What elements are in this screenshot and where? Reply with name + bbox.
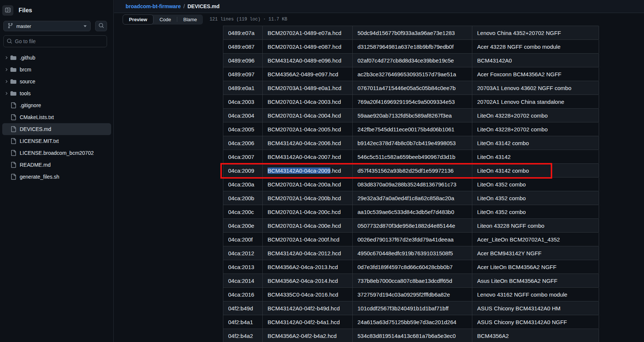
table-row: 04ca:2006BCM43142A0-04ca-2006.hcdb9142ec…: [223, 136, 599, 150]
description-cell: Lenovo China 4352+20702 NGFF: [472, 26, 599, 39]
device-id-cell: 04ca:2014: [223, 274, 263, 287]
device-id-cell: 04ca:200a: [223, 178, 263, 191]
search-this-repository-button[interactable]: [95, 21, 107, 31]
tree-item-label: source: [20, 79, 35, 84]
file-icon: [10, 162, 16, 168]
tree-item-label: .gitignore: [20, 102, 41, 108]
chevron-right-icon[interactable]: [3, 79, 10, 84]
md5-hash-cell: 3727597d194c03a09295f2fffdb6a82e: [353, 288, 472, 301]
md5-hash-cell: ac2b3ce32764696530935157d79ae51a: [353, 67, 472, 81]
sidebar-item-license-mit-txt[interactable]: LICENSE.MIT.txt: [2, 135, 111, 147]
sidebar-item-gitignore[interactable]: .gitignore: [2, 99, 111, 111]
firmware-file-cell: BCM43142A0-04f2-b4a1.hcd: [263, 315, 353, 329]
description-cell: LiteOn 43142 combo: [472, 136, 599, 150]
md5-hash-cell: 0026ed790137f67d2e3fdd79a41deeaa: [353, 233, 472, 246]
sidebar-item-cmakelists-txt[interactable]: CMakeLists.txt: [2, 111, 111, 123]
chevron-down-icon: [84, 25, 87, 27]
firmware-file-cell: BCM43142A0-04f2-b49d.hcd: [263, 301, 353, 315]
search-icon: [98, 23, 104, 29]
firmware-file-cell: BCM20702A1-0489-e087.hcd: [263, 40, 353, 53]
table-row: 04ca:200cBCM20702A1-04ca-200c.hcdaa10c53…: [223, 205, 599, 218]
sidebar-item-devices-md[interactable]: DEVICES.md: [2, 123, 111, 135]
devices-table: 0489:e07aBCM20702A1-0489-e07a.hcd50dc94d…: [223, 26, 599, 342]
table-row: 0489:e097BCM4356A2-0489-e097.hcdac2b3ce3…: [223, 67, 599, 81]
table-row: 04ca:2003BCM20702A1-04ca-2003.hcd769a20f…: [223, 95, 599, 108]
tab-blame[interactable]: Blame: [177, 15, 203, 25]
device-id-cell: 0489:e0a1: [223, 81, 263, 95]
table-row: 04ca:2016BCM4335C0-04ca-2016.hcd3727597d…: [223, 287, 599, 301]
tree-item-label: README.md: [20, 162, 51, 168]
md5-hash-cell: 0507732d870f3de958e1882d4e85144e: [353, 219, 472, 232]
chevron-right-icon[interactable]: [3, 55, 10, 60]
md5-hash-cell: 534c83d819514a413c681a7b6a5e3ec0: [353, 329, 472, 342]
tree-item-label: CMakeLists.txt: [20, 114, 54, 120]
table-row: 04ca:200eBCM20702A1-04ca-200e.hcd0507732…: [223, 218, 599, 232]
table-row: 04f2:b49dBCM43142A0-04f2-b49d.hcd101cddf…: [223, 301, 599, 315]
firmware-file-cell: BCM43142A0-0489-e096.hcd: [263, 54, 353, 67]
chevron-right-icon[interactable]: [3, 91, 10, 96]
description-cell: Acer_LiteOn BCM20702A1_4352: [472, 233, 599, 246]
breadcrumb-repo-link[interactable]: broadcom-bt-firmware: [126, 3, 181, 9]
sidebar-item-source[interactable]: source: [2, 76, 111, 87]
description-cell: LiteOn 4352 combo: [472, 178, 599, 191]
file-icon: [10, 174, 16, 180]
sidebar-item-brcm[interactable]: brcm: [2, 64, 111, 76]
table-row: 0489:e096BCM43142A0-0489-e096.hcd02af07c…: [223, 53, 599, 67]
md5-hash-cell: 50dc94d15677b0f933a3a96ae73e1283: [353, 26, 472, 39]
go-to-file-input[interactable]: [3, 35, 107, 47]
selected-text: BCM43142A0-04ca-2009: [268, 167, 330, 174]
tab-preview[interactable]: Preview: [123, 15, 153, 25]
firmware-file-cell: BCM20702A1-04ca-200c.hcd: [263, 205, 353, 218]
firmware-file-cell: BCM43142A0-04ca-2009.hcd: [263, 164, 353, 177]
table-row: 04ca:2004BCM20702A1-04ca-2004.hcd59aae92…: [223, 108, 599, 122]
table-row: 0489:e087BCM20702A1-0489-e087.hcdd312587…: [223, 39, 599, 53]
files-panel-title: Files: [19, 7, 32, 14]
description-cell: Asus LiteOn BCM4356A2 NGFF: [472, 274, 599, 287]
firmware-file-cell: BCM4356A2-04ca-2013.hcd: [263, 260, 353, 274]
firmware-file-cell: BCM43142A0-04ca-2007.hcd: [263, 150, 353, 163]
sidebar-item-license-broadcom-bcm20702[interactable]: LICENSE.broadcom_bcm20702: [2, 147, 111, 159]
folder-icon: [10, 90, 16, 96]
device-id-cell: 04ca:2016: [223, 288, 263, 301]
md5-hash-cell: 546c5c511c582a659beeb490967d3d1b: [353, 150, 472, 163]
file-icon: [10, 126, 16, 132]
firmware-file-cell: BCM20702A1-04ca-200b.hcd: [263, 191, 353, 205]
file-icon: [10, 102, 16, 108]
file-header-bar: Preview Code Blame 121 lines (119 loc) ·…: [114, 13, 644, 26]
device-id-cell: 04ca:2009: [223, 164, 263, 177]
device-id-cell: 04f2:b4a1: [223, 315, 263, 329]
breadcrumb: broadcom-bt-firmware / DEVICES.md: [114, 0, 644, 13]
device-id-cell: 04ca:200e: [223, 219, 263, 232]
collapse-file-tree-button[interactable]: [2, 5, 13, 16]
device-id-cell: 04ca:2006: [223, 136, 263, 150]
sidebar-item-readme-md[interactable]: README.md: [2, 159, 111, 171]
chevron-right-icon[interactable]: [3, 67, 10, 72]
device-id-cell: 04ca:2004: [223, 109, 263, 122]
description-cell: ASUS Chicony BCM43142A0 NGFF: [472, 315, 599, 329]
device-id-cell: 0489:e097: [223, 67, 263, 81]
folder-icon: [10, 55, 16, 61]
firmware-file-cell: BCM4335C0-04ca-2016.hcd: [263, 288, 353, 301]
table-row: 04f2:b4a2BCM4356A2-04f2-b4a2.hcd534c83d8…: [223, 329, 599, 342]
tab-code[interactable]: Code: [153, 15, 177, 25]
folder-icon: [10, 79, 16, 84]
description-cell: Acer BCM943142Y NGFF: [472, 246, 599, 260]
firmware-file-cell: BCM20702A1-04ca-200f.hcd: [263, 233, 353, 246]
file-icon: [10, 114, 16, 120]
sidebar-item-github[interactable]: .github: [2, 52, 111, 64]
description-cell: Lenovo 43162 NGFF combo module: [472, 288, 599, 301]
md5-hash-cell: 737b8eb7000cca807c8bae13dcdff65d: [353, 274, 472, 287]
branch-selector-button[interactable]: master: [3, 21, 91, 31]
firmware-file-cell: BCM20702A1-04ca-2003.hcd: [263, 95, 353, 108]
firmware-file-cell: BCM20702A1-04ca-2005.hcd: [263, 122, 353, 136]
table-row: 04f2:b4a1BCM43142A0-04f2-b4a1.hcd24a615a…: [223, 315, 599, 329]
breadcrumb-separator: /: [184, 3, 185, 9]
sidebar-item-tools[interactable]: tools: [2, 87, 111, 99]
table-row: 04ca:200fBCM20702A1-04ca-200f.hcd0026ed7…: [223, 232, 599, 246]
description-cell: LiteOn 4352 combo: [472, 191, 599, 205]
md5-hash-cell: 083d8370a09a288b3524d81367961c73: [353, 178, 472, 191]
tree-item-label: LICENSE.broadcom_bcm20702: [20, 150, 94, 156]
sidebar-item-generate-files-sh[interactable]: generate_files.sh: [2, 171, 111, 183]
device-id-cell: 04ca:200c: [223, 205, 263, 218]
tree-item-label: generate_files.sh: [20, 174, 59, 180]
